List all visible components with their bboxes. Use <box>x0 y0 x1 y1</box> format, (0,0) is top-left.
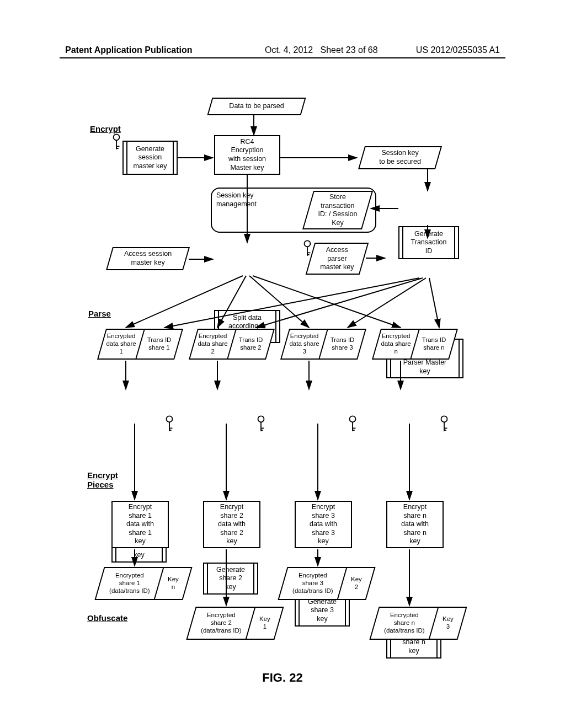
encrypted-share-output: Encrypted share 3 (data/trans ID) <box>279 568 346 599</box>
svg-line-22 <box>429 278 439 328</box>
key-icon <box>255 415 267 433</box>
parse-pair: Encrypted data share 1Trans ID share 1 <box>97 329 183 360</box>
svg-point-0 <box>114 134 120 140</box>
encrypt-share-data: Encrypt share n data with share n key <box>386 501 444 548</box>
section-encrypt: Encrypt <box>90 124 121 133</box>
label-session-key-mgmt: Session key management <box>216 191 285 210</box>
header-publication: Patent Application Publication <box>65 45 193 55</box>
section-obfuscate: Obfuscate <box>87 613 127 623</box>
section-encrypt-pieces: Encrypt Pieces <box>87 470 118 489</box>
key-icon <box>347 415 359 433</box>
key-icon <box>438 415 450 433</box>
encrypted-share-output: Encrypted share 1 (data/trans ID) <box>96 568 163 599</box>
encrypt-share-data: Encrypt share 2 data with share 2 key <box>203 501 260 548</box>
generate-share-key: Generate share 2 key <box>203 563 258 595</box>
section-parse: Parse <box>88 309 111 318</box>
encrypted-data-share: Encrypted data share 2 <box>190 330 236 358</box>
encrypt-share-data: Encrypt share 3 data with share 3 key <box>295 501 352 548</box>
encrypt-share-data: Encrypt share 1 data with share 1 key <box>111 501 169 548</box>
obfuscate-output: Encrypted share n (data/trans ID)Key 3 <box>369 607 467 640</box>
node-rc4-encryption: RC4 Encryption with session Master key <box>214 135 280 175</box>
node-gen-session-master-key: Generate session master key <box>122 141 178 175</box>
encrypted-data-share: Encrypted data share 1 <box>99 330 144 358</box>
svg-line-19 <box>164 278 419 328</box>
node-access-parser-mk: Access parser master key <box>306 243 369 275</box>
header-pubno: US 2012/0255035 A1 <box>416 45 500 55</box>
obfuscate-output: Encrypted share 1 (data/trans ID)Key n <box>94 567 192 600</box>
node-data-to-be-parsed: Data to be parsed <box>207 98 306 115</box>
key-icon <box>110 133 122 152</box>
node-store-transaction: Store transaction ID: / Session Key <box>302 191 373 229</box>
svg-point-4 <box>350 416 356 422</box>
encrypted-share-output: Encrypted share n (data/trans ID) <box>371 608 438 639</box>
parse-pair: Encrypted data share 3Trans ID share 3 <box>280 329 366 360</box>
parse-pair: Encrypted data share nTrans ID share n <box>372 329 458 360</box>
svg-point-1 <box>305 240 311 247</box>
svg-point-5 <box>441 416 447 422</box>
trans-id-share: Trans ID share 2 <box>227 330 274 358</box>
svg-point-3 <box>258 416 264 422</box>
svg-line-20 <box>256 278 423 328</box>
svg-line-21 <box>348 278 426 328</box>
encrypted-data-share: Encrypted data share n <box>374 330 419 358</box>
trans-id-share: Trans ID share 3 <box>319 330 365 358</box>
node-session-key-secured: Session key to be secured <box>358 146 442 169</box>
header-rule <box>60 57 505 58</box>
trans-id-share: Trans ID share n <box>411 330 457 358</box>
obfuscate-output: Encrypted share 2 (data/trans ID)Key 1 <box>186 607 284 640</box>
header-date-sheet: Oct. 4, 2012 Sheet 23 of 68 <box>265 45 378 55</box>
encrypted-share-output: Encrypted share 2 (data/trans ID) <box>188 608 254 639</box>
parse-pair: Encrypted data share 2Trans ID share 2 <box>189 329 275 360</box>
svg-point-2 <box>167 416 173 422</box>
key-icon <box>163 415 175 433</box>
trans-id-share: Trans ID share 1 <box>136 330 182 358</box>
node-generate-transaction-id: Generate Transaction ID <box>398 226 459 259</box>
figure-caption: FIG. 22 <box>0 671 565 685</box>
obfuscate-output: Encrypted share 3 (data/trans ID)Key 2 <box>278 567 375 600</box>
encrypted-data-share: Encrypted data share 3 <box>282 330 327 358</box>
node-access-session-mk: Access session master key <box>106 247 190 270</box>
